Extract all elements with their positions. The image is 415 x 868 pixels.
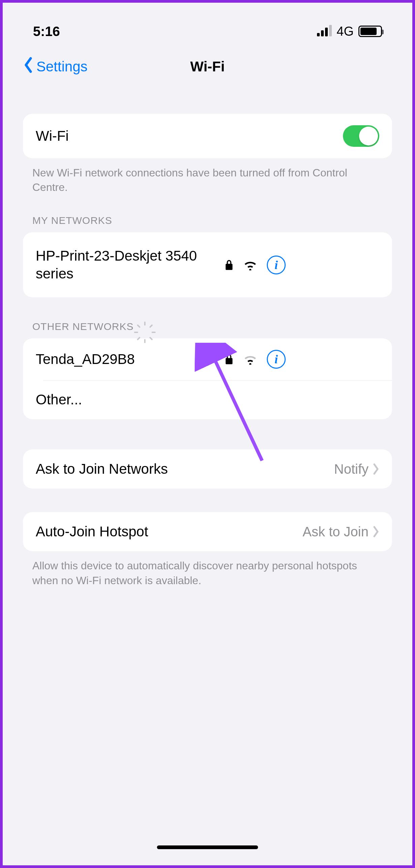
ask-to-join-row[interactable]: Ask to Join Networks Notify <box>23 450 392 489</box>
ask-to-join-value: Notify <box>334 462 368 477</box>
wifi-toggle[interactable] <box>343 125 379 147</box>
network-type-label: 4G <box>336 24 354 39</box>
wifi-label: Wi-Fi <box>36 128 343 144</box>
cellular-signal-icon <box>317 26 332 36</box>
lock-icon <box>224 353 234 365</box>
back-label: Settings <box>36 59 88 75</box>
wifi-note: New Wi-Fi network connections have been … <box>23 158 392 195</box>
back-button[interactable]: Settings <box>23 50 88 84</box>
status-time: 5:16 <box>33 24 60 39</box>
chevron-right-icon <box>373 526 379 537</box>
wifi-toggle-row[interactable]: Wi-Fi <box>23 114 392 158</box>
info-button[interactable]: i <box>267 350 286 369</box>
other-networks-header: OTHER NETWORKS <box>23 321 392 338</box>
nav-bar: Settings Wi-Fi <box>13 50 402 84</box>
wifi-icon <box>243 259 257 270</box>
other-network-row[interactable]: Other... <box>23 380 392 419</box>
ask-to-join-label: Ask to Join Networks <box>36 461 334 477</box>
auto-join-row[interactable]: Auto-Join Hotspot Ask to Join <box>23 512 392 551</box>
network-name: HP-Print-23-Deskjet 3540 series <box>36 247 224 282</box>
battery-icon <box>358 26 382 37</box>
chevron-right-icon <box>373 463 379 475</box>
lock-icon <box>224 259 234 271</box>
status-bar: 5:16 4G <box>13 13 402 50</box>
spinner-icon <box>139 321 150 332</box>
page-title: Wi-Fi <box>190 59 225 75</box>
network-row[interactable]: HP-Print-23-Deskjet 3540 series i <box>23 232 392 297</box>
other-label: Other... <box>36 392 379 408</box>
chevron-left-icon <box>23 57 34 76</box>
auto-join-label: Auto-Join Hotspot <box>36 524 302 540</box>
info-button[interactable]: i <box>267 255 286 274</box>
home-indicator[interactable] <box>157 845 258 849</box>
wifi-weak-icon <box>243 354 257 365</box>
my-networks-header: MY NETWORKS <box>23 215 392 232</box>
auto-join-value: Ask to Join <box>302 524 368 539</box>
network-name: Tenda_AD29B8 <box>36 350 224 368</box>
network-row[interactable]: Tenda_AD29B8 i <box>23 338 392 380</box>
auto-join-note: Allow this device to automatically disco… <box>23 551 392 588</box>
